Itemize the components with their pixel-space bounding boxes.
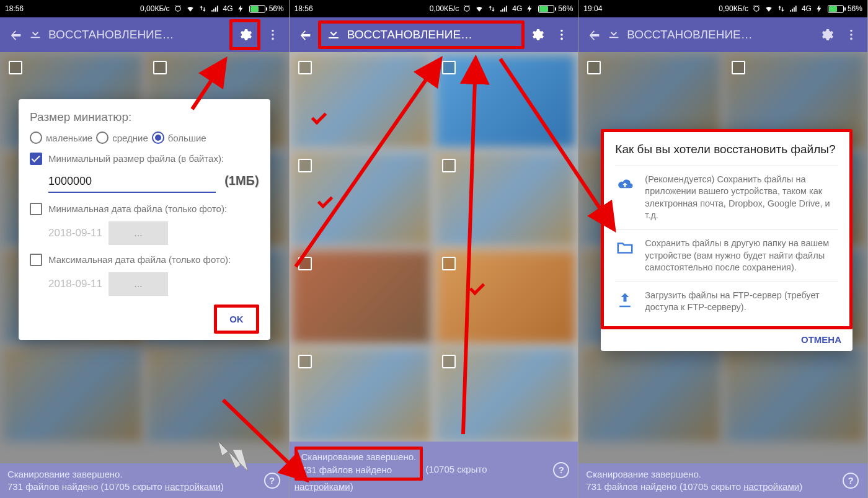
footer-settings-link[interactable]: настройками xyxy=(743,481,799,492)
thumb-checkbox[interactable] xyxy=(587,61,601,74)
updown-icon xyxy=(487,4,496,13)
phone-screenshot-3: 19:04 0,90КБ/с 4G 56% ВОССТАНОВЛЕНИЕ… xyxy=(578,0,868,498)
upload-icon xyxy=(615,290,635,314)
status-speed: 0,00КБ/с xyxy=(140,4,170,13)
signal-icon xyxy=(211,4,219,13)
wifi-icon xyxy=(186,4,195,13)
phone-screenshot-1: 18:56 0,00КБ/с 4G 56% ВОССТАНОВЛЕНИЕ… xyxy=(0,0,290,498)
cloud-upload-icon xyxy=(615,174,635,222)
max-date-label: Максимальная дата файла (только фото): xyxy=(48,254,231,266)
thumb-checkbox[interactable] xyxy=(298,257,312,270)
battery-icon xyxy=(249,5,265,13)
settings-button[interactable] xyxy=(814,22,839,47)
alarm-icon xyxy=(174,4,182,13)
back-button[interactable] xyxy=(582,22,607,47)
max-date-value: 2018-09-11 xyxy=(48,278,102,290)
restore-option-cloud[interactable]: (Рекомендуется) Сохранить файлы на прило… xyxy=(615,166,838,229)
appbar-title: ВОССТАНОВЛЕНИЕ… xyxy=(48,28,174,42)
download-icon xyxy=(29,27,42,43)
signal-icon xyxy=(789,4,798,13)
footer-found: 731 файлов найдено xyxy=(586,481,676,492)
footer-found: 731 файлов найдено xyxy=(7,481,98,492)
footer-hidden: (10705 скрыто xyxy=(680,481,743,492)
wifi-icon xyxy=(764,4,773,13)
red-tick xyxy=(469,282,488,294)
restore-opt3-text: Загрузить файлы на FTP-сервер (требует д… xyxy=(645,290,838,314)
app-bar: ВОССТАНОВЛЕНИЕ… xyxy=(0,17,289,52)
bolt-icon xyxy=(526,4,534,13)
thumbnail-grid xyxy=(290,52,578,442)
status-batt: 56% xyxy=(848,4,862,13)
radio-small[interactable] xyxy=(30,131,42,144)
min-date-value: 2018-09-11 xyxy=(48,227,102,239)
appbar-title: ВОССТАНОВЛЕНИЕ… xyxy=(347,28,472,42)
alarm-icon xyxy=(463,4,471,13)
scan-footer: Сканирование завершено. 731 файлов найде… xyxy=(578,463,867,499)
min-date-picker[interactable]: ... xyxy=(108,221,168,245)
back-button[interactable] xyxy=(4,22,29,47)
status-speed: 0,90КБ/с xyxy=(719,4,748,13)
radio-medium[interactable] xyxy=(96,131,108,144)
thumb-checkbox[interactable] xyxy=(442,61,456,74)
overflow-menu[interactable] xyxy=(839,22,864,47)
settings-dialog: Размер миниатюр: маленькие средние больш… xyxy=(19,99,270,340)
status-speed: 0,00КБ/с xyxy=(430,4,459,13)
ok-button[interactable]: OK xyxy=(218,309,255,329)
svg-point-2 xyxy=(272,38,274,40)
svg-point-6 xyxy=(850,30,852,32)
footer-hidden: (10705 скрыто xyxy=(101,481,165,492)
thumb-checkbox[interactable] xyxy=(442,257,456,270)
settings-button[interactable] xyxy=(525,22,549,47)
status-batt: 56% xyxy=(558,4,573,13)
download-icon xyxy=(326,26,341,43)
signal-icon xyxy=(500,4,508,13)
thumb-checkbox[interactable] xyxy=(732,61,745,74)
help-button[interactable]: ? xyxy=(264,473,280,489)
min-size-input[interactable] xyxy=(48,171,216,193)
min-date-checkbox[interactable] xyxy=(30,203,42,215)
max-date-picker[interactable]: ... xyxy=(108,272,168,296)
scan-footer: Сканирование завершено. 731 файлов найде… xyxy=(0,463,289,499)
status-net: 4G xyxy=(223,4,233,13)
thumb-checkbox[interactable] xyxy=(442,159,456,172)
status-bar: 19:04 0,90КБ/с 4G 56% xyxy=(578,0,867,17)
footer-settings-link[interactable]: настройками xyxy=(294,481,350,492)
cancel-button[interactable]: ОТМЕНА xyxy=(801,334,841,345)
min-size-label: Минимальный размер файла (в байтах): xyxy=(48,153,224,165)
radio-large[interactable] xyxy=(152,131,164,144)
battery-icon xyxy=(538,5,554,13)
bolt-icon xyxy=(237,4,246,13)
thumb-checkbox[interactable] xyxy=(9,61,22,74)
max-date-checkbox[interactable] xyxy=(30,254,42,266)
restore-dialog: Как бы вы хотели восстановить файлы? (Ре… xyxy=(601,129,852,351)
settings-button[interactable] xyxy=(232,22,257,47)
help-button[interactable]: ? xyxy=(553,462,569,478)
status-time: 19:04 xyxy=(583,4,602,13)
footer-hidden: (10705 скрыто xyxy=(425,465,487,475)
min-size-checkbox[interactable] xyxy=(30,153,42,165)
restore-opt1-text: (Рекомендуется) Сохранить файлы на прило… xyxy=(645,174,838,222)
help-button[interactable]: ? xyxy=(843,473,859,489)
svg-point-4 xyxy=(560,33,563,36)
thumb-checkbox[interactable] xyxy=(298,159,312,172)
back-button[interactable] xyxy=(293,22,318,47)
radio-small-label: маленькие xyxy=(46,133,92,143)
footer-settings-link[interactable]: настройками xyxy=(165,481,221,492)
red-tick xyxy=(311,111,330,123)
restore-option-ftp[interactable]: Загрузить файлы на FTP-сервер (требует д… xyxy=(615,282,838,321)
footer-found: 731 файлов найдено xyxy=(301,465,392,475)
thumb-checkbox[interactable] xyxy=(153,61,167,74)
app-bar: ВОССТАНОВЛЕНИЕ… xyxy=(290,17,578,52)
folder-icon xyxy=(615,238,635,274)
thumb-checkbox[interactable] xyxy=(298,61,312,74)
wifi-icon xyxy=(475,4,484,13)
status-time: 18:56 xyxy=(5,4,24,13)
status-batt: 56% xyxy=(269,4,284,13)
thumb-checkbox[interactable] xyxy=(298,355,312,368)
svg-point-0 xyxy=(272,30,274,32)
thumb-checkbox[interactable] xyxy=(442,355,456,368)
restore-option-folder[interactable]: Сохранить файлы в другую папку на вашем … xyxy=(615,229,838,282)
overflow-menu[interactable] xyxy=(549,22,574,47)
svg-point-8 xyxy=(850,38,852,40)
overflow-menu[interactable] xyxy=(260,22,285,47)
